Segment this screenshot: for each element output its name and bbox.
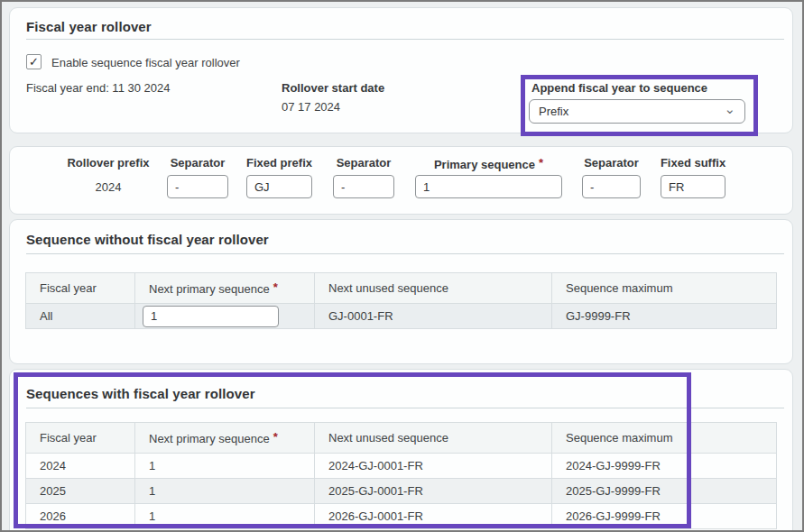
table-row-2026: 2026 1 2026-GJ-0001-FR 2026-GJ-9999-FR — [26, 504, 777, 529]
sequence-format-section: Rollover prefix 2024 Separator Fixed pre… — [9, 146, 793, 215]
required-mark: * — [539, 156, 543, 170]
header-next-unused-sequence: Next unused sequence — [315, 273, 552, 304]
enable-rollover-label: Enable sequence fiscal year rollover — [51, 56, 240, 69]
header-sequence-maximum: Sequence maximum — [552, 423, 777, 454]
header-sequence-maximum: Sequence maximum — [552, 273, 777, 304]
separator-input-3[interactable] — [582, 175, 641, 198]
separator-input-1[interactable] — [167, 175, 228, 198]
cell-next-unused-sequence: GJ-0001-FR — [315, 304, 552, 329]
fixed-prefix-field: Fixed prefix — [246, 156, 312, 198]
sequences-with-rollover-section: Sequences with fiscal year rollover Fisc… — [9, 369, 793, 532]
cell-fiscal-year: 2026 — [26, 504, 135, 529]
enable-rollover-checkbox[interactable]: ✓ — [26, 54, 42, 69]
cell-sequence-maximum: GJ-9999-FR — [552, 304, 777, 329]
separator-label: Separator — [171, 156, 226, 175]
header-next-primary-sequence: Next primary sequence* — [135, 423, 315, 454]
table-header-row: Fiscal year Next primary sequence* Next … — [26, 423, 777, 454]
title-divider — [26, 253, 784, 254]
required-mark: * — [273, 430, 278, 444]
fixed-suffix-input[interactable] — [661, 175, 725, 198]
separator-label: Separator — [337, 156, 392, 175]
header-fiscal-year: Fiscal year — [26, 273, 135, 304]
chevron-down-icon: ⌄ — [724, 105, 735, 114]
cell-fiscal-year: 2025 — [26, 479, 135, 504]
fixed-prefix-label: Fixed prefix — [246, 156, 312, 175]
cell-sequence-maximum: 2026-GJ-9999-FR — [552, 504, 777, 529]
append-fiscal-year-label: Append fiscal year to sequence — [531, 81, 707, 95]
header-next-unused-sequence: Next unused sequence — [315, 423, 552, 454]
cell-next-unused-sequence: 2024-GJ-0001-FR — [315, 454, 552, 479]
section-title-fiscal-year-rollover: Fiscal year rollover — [26, 19, 152, 34]
append-fiscal-year-dropdown[interactable]: Prefix ⌄ — [529, 99, 745, 124]
cell-next-unused-sequence: 2026-GJ-0001-FR — [315, 504, 552, 529]
primary-sequence-field: Primary sequence* — [415, 156, 562, 198]
sequence-without-rollover-section: Sequence without fiscal year rollover Fi… — [9, 219, 793, 364]
cell-next-unused-sequence: 2025-GJ-0001-FR — [315, 479, 552, 504]
primary-sequence-label: Primary sequence* — [434, 156, 543, 175]
table-row: All GJ-0001-FR GJ-9999-FR — [26, 304, 777, 329]
rollover-start-date-label: Rollover start date — [282, 81, 384, 95]
header-next-primary-sequence: Next primary sequence* — [135, 273, 315, 304]
fixed-suffix-label: Fixed suffix — [661, 156, 725, 175]
rollover-prefix-label: Rollover prefix — [67, 156, 149, 175]
checkmark-icon: ✓ — [29, 55, 39, 69]
separator-field-3: Separator — [582, 156, 641, 198]
cell-sequence-maximum: 2024-GJ-9999-FR — [552, 454, 777, 479]
rollover-prefix-value: 2024 — [96, 180, 122, 194]
table-row-2025: 2025 1 2025-GJ-0001-FR 2025-GJ-9999-FR — [26, 479, 777, 504]
cell-next-primary-sequence: 1 — [135, 479, 315, 504]
table-row-2024: 2024 1 2024-GJ-0001-FR 2024-GJ-9999-FR — [26, 454, 777, 479]
primary-sequence-input[interactable] — [415, 175, 562, 198]
cell-fiscal-year: 2024 — [26, 454, 135, 479]
title-divider — [26, 408, 784, 408]
rollover-prefix-field: Rollover prefix 2024 — [50, 156, 167, 194]
title-divider — [26, 39, 784, 40]
next-primary-sequence-input[interactable] — [143, 306, 279, 327]
separator-field-2: Separator — [333, 156, 394, 198]
table-header-row: Fiscal year Next primary sequence* Next … — [26, 273, 777, 304]
separator-label: Separator — [584, 156, 639, 175]
dropdown-selected-value: Prefix — [539, 105, 724, 118]
fiscal-year-end-text: Fiscal year end: 11 30 2024 — [26, 81, 170, 95]
cell-sequence-maximum: 2025-GJ-9999-FR — [552, 479, 777, 504]
required-mark: * — [273, 280, 278, 294]
fiscal-year-rollover-page: Fiscal year rollover ✓ Enable sequence f… — [0, 0, 804, 532]
cell-next-primary-sequence: 1 — [135, 454, 315, 479]
sequences-with-table: Fiscal year Next primary sequence* Next … — [25, 422, 777, 529]
section-title-sequence-without: Sequence without fiscal year rollover — [26, 232, 269, 247]
sequence-without-table: Fiscal year Next primary sequence* Next … — [25, 272, 777, 329]
fixed-prefix-input[interactable] — [246, 175, 312, 198]
cell-next-primary-sequence — [135, 304, 315, 329]
separator-input-2[interactable] — [333, 175, 394, 198]
header-fiscal-year: Fiscal year — [26, 423, 135, 454]
fixed-suffix-field: Fixed suffix — [661, 156, 725, 198]
cell-next-primary-sequence: 1 — [135, 504, 315, 529]
cell-fiscal-year: All — [26, 304, 135, 329]
section-title-sequences-with: Sequences with fiscal year rollover — [26, 386, 255, 401]
separator-field-1: Separator — [167, 156, 228, 198]
rollover-start-date-value: 07 17 2024 — [282, 100, 340, 114]
